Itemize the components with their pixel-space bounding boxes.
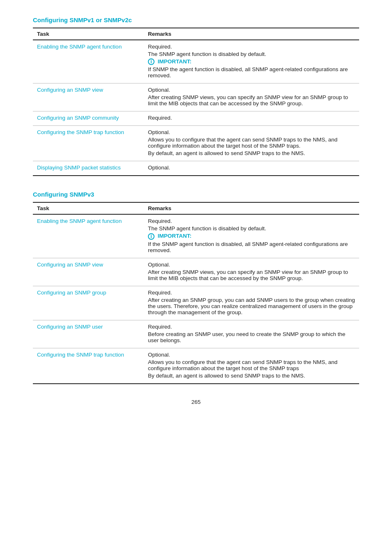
remarks-cell: Required.Before creating an SNMP user, y… bbox=[144, 320, 359, 348]
remarks-cell: Required. bbox=[144, 111, 359, 126]
task-cell[interactable]: Enabling the SNMP agent function bbox=[33, 40, 144, 83]
section2-col2-header: Remarks bbox=[144, 202, 359, 214]
task-cell[interactable]: Enabling the SNMP agent function bbox=[33, 214, 144, 258]
remarks-cell: Optional.After creating SNMP views, you … bbox=[144, 258, 359, 286]
table-row: Configuring an SNMP userRequired.Before … bbox=[33, 320, 359, 348]
remarks-text: Optional. bbox=[148, 352, 355, 358]
remarks-cell: Required.The SNMP agent function is disa… bbox=[144, 40, 359, 83]
remarks-text: Optional. bbox=[148, 165, 355, 171]
remarks-text: If SNMP the agent function is disabled, … bbox=[148, 66, 355, 79]
remarks-cell: Required.The SNMP agent function is disa… bbox=[144, 214, 359, 258]
table-row: Configuring the SNMP trap functionOption… bbox=[33, 348, 359, 384]
important-icon: i bbox=[148, 58, 154, 65]
section1: Configuring SNMPv1 or SNMPv2c Task Remar… bbox=[33, 16, 359, 176]
remarks-cell: Optional.Allows you to configure that th… bbox=[144, 126, 359, 161]
remarks-text: After creating SNMP views, you can speci… bbox=[148, 94, 355, 107]
task-cell[interactable]: Configuring the SNMP trap function bbox=[33, 126, 144, 161]
section1-col2-header: Remarks bbox=[144, 28, 359, 40]
remarks-text: Required. bbox=[148, 324, 355, 330]
remarks-text: The SNMP agent function is disabled by d… bbox=[148, 51, 355, 57]
section2-title: Configuring SNMPv3 bbox=[33, 191, 359, 198]
table-row: Configuring the SNMP trap functionOption… bbox=[33, 126, 359, 161]
remarks-text: Optional. bbox=[148, 129, 355, 135]
section1-col1-header: Task bbox=[33, 28, 144, 40]
remarks-cell: Optional.After creating SNMP views, you … bbox=[144, 83, 359, 111]
remarks-text: By default, an agent is allowed to send … bbox=[148, 150, 355, 156]
task-cell[interactable]: Configuring an SNMP view bbox=[33, 83, 144, 111]
remarks-text: Required. bbox=[148, 218, 355, 224]
remarks-text: After creating an SNMP group, you can ad… bbox=[148, 297, 355, 315]
task-cell[interactable]: Configuring an SNMP group bbox=[33, 286, 144, 320]
table-row: Enabling the SNMP agent functionRequired… bbox=[33, 40, 359, 83]
task-cell[interactable]: Configuring an SNMP user bbox=[33, 320, 144, 348]
remarks-text: Required. bbox=[148, 44, 355, 50]
section1-title: Configuring SNMPv1 or SNMPv2c bbox=[33, 16, 359, 23]
remarks-text: Required. bbox=[148, 290, 355, 296]
remarks-text: If the SNMP agent function is disabled, … bbox=[148, 241, 355, 253]
important-label: IMPORTANT: bbox=[156, 233, 191, 239]
remarks-cell: Optional.Allows you to configure that th… bbox=[144, 348, 359, 384]
table-row: Displaying SNMP packet statisticsOptiona… bbox=[33, 161, 359, 176]
section2: Configuring SNMPv3 Task Remarks Enabling… bbox=[33, 191, 359, 384]
table-row: Configuring an SNMP groupRequired.After … bbox=[33, 286, 359, 320]
remarks-text: After creating SNMP views, you can speci… bbox=[148, 269, 355, 281]
remarks-text: Allows you to configure that the agent c… bbox=[148, 137, 355, 149]
table-row: Enabling the SNMP agent functionRequired… bbox=[33, 214, 359, 258]
remarks-cell: Required.After creating an SNMP group, y… bbox=[144, 286, 359, 320]
remarks-text: Optional. bbox=[148, 87, 355, 93]
remarks-text: Before creating an SNMP user, you need t… bbox=[148, 331, 355, 343]
task-cell[interactable]: Displaying SNMP packet statistics bbox=[33, 161, 144, 176]
remarks-cell: Optional. bbox=[144, 161, 359, 176]
remarks-text: By default, an agent is allowed to send … bbox=[148, 373, 355, 379]
remarks-text: Required. bbox=[148, 115, 355, 121]
task-cell[interactable]: Configuring an SNMP view bbox=[33, 258, 144, 286]
task-cell[interactable]: Configuring the SNMP trap function bbox=[33, 348, 144, 384]
section2-table: Task Remarks Enabling the SNMP agent fun… bbox=[33, 202, 359, 384]
remarks-text: The SNMP agent function is disabled by d… bbox=[148, 225, 355, 232]
table-row: Configuring an SNMP viewOptional.After c… bbox=[33, 83, 359, 111]
important-label: IMPORTANT: bbox=[156, 58, 191, 65]
remarks-text: Optional. bbox=[148, 262, 355, 268]
table-row: Configuring an SNMP viewOptional.After c… bbox=[33, 258, 359, 286]
task-cell[interactable]: Configuring an SNMP community bbox=[33, 111, 144, 126]
section2-col1-header: Task bbox=[33, 202, 144, 214]
remarks-text: Allows you to configure that the agent c… bbox=[148, 359, 355, 371]
important-icon: i bbox=[148, 233, 154, 240]
table-row: Configuring an SNMP communityRequired. bbox=[33, 111, 359, 126]
page-number: 265 bbox=[33, 399, 359, 405]
section1-table: Task Remarks Enabling the SNMP agent fun… bbox=[33, 28, 359, 176]
